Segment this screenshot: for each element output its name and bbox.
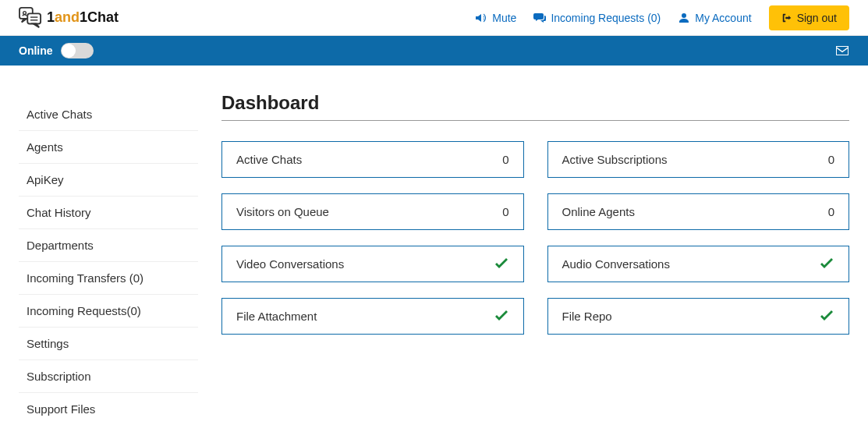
- mute-link[interactable]: Mute: [475, 12, 516, 24]
- my-account-link[interactable]: My Account: [678, 12, 751, 24]
- chat-logo-icon: [19, 7, 42, 29]
- check-icon: [494, 310, 509, 323]
- toggle-knob: [62, 44, 76, 58]
- card-file-attachment[interactable]: File Attachment: [221, 298, 524, 335]
- card-video-conversations[interactable]: Video Conversations: [221, 246, 524, 282]
- card-label: Active Chats: [236, 153, 302, 166]
- status-left: Online: [19, 43, 94, 58]
- svg-point-1: [23, 11, 27, 14]
- sidebar-item-active-chats[interactable]: Active Chats: [19, 98, 198, 131]
- page-title: Dashboard: [221, 92, 849, 121]
- card-label: File Repo: [562, 310, 612, 323]
- sidebar-item-incoming-transfers[interactable]: Incoming Transfers (0): [19, 262, 198, 295]
- card-value: 0: [502, 153, 508, 166]
- sidebar-item-incoming-requests[interactable]: Incoming Requests(0): [19, 295, 198, 328]
- card-active-subscriptions[interactable]: Active Subscriptions 0: [547, 141, 850, 178]
- sidebar-item-apikey[interactable]: ApiKey: [19, 164, 198, 197]
- mail-icon[interactable]: [835, 45, 849, 56]
- card-value: 0: [828, 205, 834, 218]
- logo[interactable]: 1and1Chat: [19, 7, 119, 29]
- sidebar-item-label: Agents: [27, 140, 63, 154]
- top-links: Mute Incoming Requests (0) My Account Si…: [475, 5, 849, 30]
- account-label: My Account: [695, 12, 751, 24]
- sidebar-item-label: Departments: [27, 239, 94, 252]
- card-online-agents[interactable]: Online Agents 0: [547, 193, 850, 230]
- content: Dashboard Active Chats 0 Active Subscrip…: [221, 84, 849, 425]
- card-label: Audio Conversations: [562, 257, 670, 271]
- sidebar-item-label: Subscription: [27, 370, 91, 383]
- sidebar-item-agents[interactable]: Agents: [19, 131, 198, 164]
- card-label: Video Conversations: [236, 257, 344, 271]
- check-icon: [494, 258, 509, 271]
- incoming-label: Incoming Requests (0): [551, 12, 661, 24]
- sidebar-item-support-files[interactable]: Support Files: [19, 393, 198, 425]
- svg-rect-2: [27, 13, 41, 23]
- dashboard-card-grid: Active Chats 0 Active Subscriptions 0 Vi…: [221, 141, 849, 335]
- volume-icon: [475, 12, 487, 24]
- card-label: Active Subscriptions: [562, 153, 668, 166]
- sidebar-item-label: Chat History: [27, 206, 91, 219]
- card-label: Online Agents: [562, 205, 635, 218]
- sidebar-item-label: Incoming Requests(0): [27, 304, 141, 317]
- card-label: File Attachment: [236, 310, 317, 323]
- logo-text: 1and1Chat: [47, 9, 119, 26]
- sidebar: Active Chats Agents ApiKey Chat History …: [19, 84, 198, 425]
- online-toggle[interactable]: [61, 43, 94, 58]
- status-bar: Online: [0, 36, 868, 66]
- card-value: 0: [828, 153, 834, 166]
- user-icon: [678, 12, 690, 24]
- signout-icon: [781, 12, 792, 23]
- sidebar-item-label: Support Files: [27, 402, 95, 416]
- check-icon: [819, 310, 834, 323]
- incoming-requests-link[interactable]: Incoming Requests (0): [533, 12, 661, 24]
- online-label: Online: [19, 44, 53, 57]
- sidebar-item-label: Active Chats: [27, 108, 92, 121]
- sidebar-item-departments[interactable]: Departments: [19, 229, 198, 262]
- card-active-chats[interactable]: Active Chats 0: [221, 141, 524, 178]
- mute-label: Mute: [492, 12, 516, 24]
- card-label: Visitors on Queue: [236, 205, 329, 218]
- sidebar-item-label: ApiKey: [27, 173, 64, 186]
- sidebar-item-label: Incoming Transfers (0): [27, 271, 143, 285]
- check-icon: [819, 258, 834, 271]
- topbar: 1and1Chat Mute Incoming Requests (0) My …: [0, 0, 868, 36]
- sidebar-item-settings[interactable]: Settings: [19, 328, 198, 360]
- main: Active Chats Agents ApiKey Chat History …: [0, 66, 868, 425]
- card-visitors-on-queue[interactable]: Visitors on Queue 0: [221, 193, 524, 230]
- signout-label: Sign out: [797, 12, 837, 24]
- sidebar-item-subscription[interactable]: Subscription: [19, 360, 198, 393]
- card-value: 0: [502, 205, 508, 218]
- card-file-repo[interactable]: File Repo: [547, 298, 850, 335]
- card-audio-conversations[interactable]: Audio Conversations: [547, 246, 850, 282]
- comments-icon: [533, 12, 546, 24]
- sidebar-item-chat-history[interactable]: Chat History: [19, 197, 198, 229]
- sign-out-button[interactable]: Sign out: [769, 5, 849, 30]
- sidebar-item-label: Settings: [27, 337, 69, 350]
